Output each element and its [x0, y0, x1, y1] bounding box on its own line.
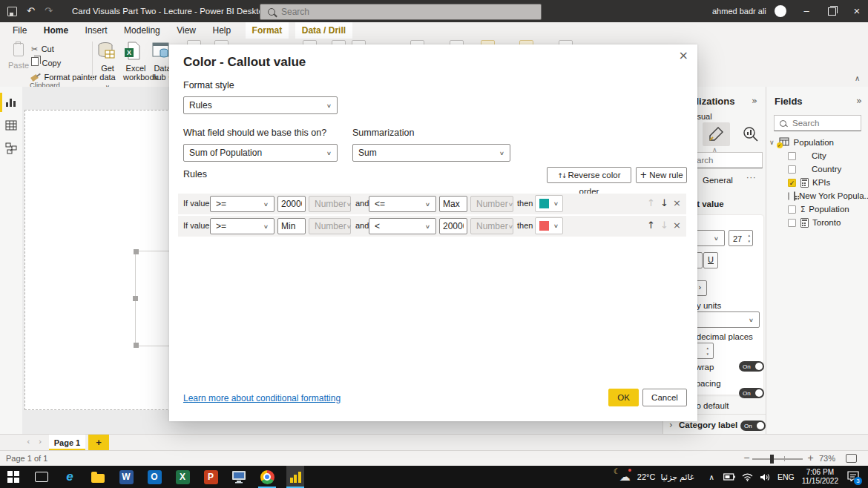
tab-help[interactable]: Help — [206, 22, 237, 39]
resize-handle[interactable] — [133, 296, 138, 301]
restore-button[interactable] — [821, 0, 843, 22]
get-data-button[interactable]: Getdata ∨ — [96, 42, 119, 92]
move-down-icon[interactable]: ↓ — [660, 197, 668, 208]
format-style-dropdown[interactable]: Rules∨ — [183, 96, 338, 114]
temperature[interactable]: 22°C — [637, 472, 656, 481]
learn-more-link[interactable]: Learn more about conditional formatting — [183, 393, 341, 403]
close-button[interactable]: × — [846, 0, 868, 22]
spin-down-icon[interactable]: ▾ — [706, 352, 708, 356]
tab-modeling[interactable]: Modeling — [117, 22, 167, 39]
dialog-close-icon[interactable]: × — [679, 48, 688, 62]
fields-search-box[interactable] — [774, 115, 861, 131]
tree-collapse-icon[interactable]: ∨ — [769, 139, 775, 146]
tab-data-drill[interactable]: Data / Drill — [295, 22, 352, 39]
language-indicator[interactable]: ENG — [777, 472, 795, 481]
move-up-icon[interactable]: ↑ — [647, 220, 655, 231]
checkbox-new-york[interactable] — [788, 192, 789, 200]
power-bi-button[interactable] — [286, 466, 304, 488]
zoom-slider-thumb[interactable] — [770, 455, 774, 464]
reverse-color-order-button[interactable]: ↑↓Reverse color order — [547, 167, 631, 183]
file-explorer-button[interactable] — [89, 466, 107, 488]
field-row-city[interactable]: City — [766, 149, 868, 162]
checkbox-city[interactable] — [788, 152, 796, 160]
zoom-in-icon[interactable]: + — [807, 453, 814, 463]
field-row-kpis[interactable]: ✓ KPIs — [766, 176, 868, 189]
ok-button[interactable]: OK — [608, 389, 639, 406]
checkbox-toronto[interactable] — [788, 219, 796, 227]
data-view-button[interactable] — [5, 119, 17, 134]
cut-button[interactable]: ✂ Cut — [31, 42, 54, 55]
resize-handle[interactable] — [134, 343, 139, 348]
checkbox-country[interactable] — [788, 165, 796, 174]
undo-icon[interactable]: ↶ — [27, 0, 35, 22]
tray-expand-icon[interactable]: ∧ — [709, 473, 714, 481]
resize-handle[interactable] — [134, 249, 139, 254]
tab-insert[interactable]: Insert — [79, 22, 114, 39]
cancel-button[interactable]: Cancel — [642, 389, 687, 406]
copy-button[interactable]: Copy — [31, 56, 61, 69]
collapse-ribbon-icon[interactable]: ∧ — [855, 74, 860, 82]
category-label-toggle[interactable]: On — [740, 421, 766, 431]
collapse-pane-icon[interactable]: » — [856, 95, 862, 106]
fit-to-page-icon[interactable] — [846, 454, 857, 463]
weather-text[interactable]: غائم جزئيا — [660, 472, 694, 482]
rule1-value1-input[interactable] — [277, 196, 306, 212]
rule1-color-picker[interactable]: ∨ — [535, 195, 563, 212]
excel-workbook-button[interactable]: X Excelworkbook — [123, 42, 148, 82]
rule1-operator1-dropdown[interactable]: >=∨ — [210, 196, 274, 212]
internet-explorer-button[interactable]: e — [61, 466, 79, 488]
page-tab-1[interactable]: Page 1 — [49, 435, 85, 451]
category-label-section[interactable]: Category label — [679, 421, 737, 429]
tab-view[interactable]: View — [170, 22, 203, 39]
rule2-value1-input[interactable] — [277, 218, 306, 234]
spacing-toggle[interactable]: On — [739, 388, 764, 398]
task-view-button[interactable] — [33, 466, 50, 488]
field-row-new-york[interactable]: New York Popula... — [766, 189, 868, 202]
font-size-spinner[interactable]: 27 ▴ ▾ — [729, 230, 753, 246]
rule2-operator1-dropdown[interactable]: >=∨ — [210, 218, 274, 234]
spin-down-icon[interactable]: ▾ — [748, 240, 750, 243]
user-name[interactable]: ahmed badr ali — [712, 0, 766, 22]
battery-icon[interactable] — [723, 473, 735, 481]
tab-file[interactable]: File — [6, 22, 33, 39]
minimize-button[interactable]: – — [795, 0, 818, 22]
chrome-button[interactable] — [258, 466, 276, 488]
clock[interactable]: 7:06 PM 11/15/2022 — [802, 468, 838, 486]
global-search-input[interactable] — [280, 6, 505, 18]
excel-button[interactable]: X — [174, 466, 191, 488]
base-field-dropdown[interactable]: Sum of Population∨ — [183, 144, 338, 162]
delete-rule-icon[interactable]: × — [673, 220, 681, 231]
volume-icon[interactable] — [760, 473, 770, 481]
word-wrap-toggle[interactable]: On — [739, 361, 764, 372]
format-visual-button[interactable] — [703, 122, 730, 146]
spin-up-icon[interactable]: ▴ — [748, 234, 750, 237]
avatar[interactable] — [775, 5, 786, 17]
checkbox-kpis[interactable]: ✓ — [788, 179, 796, 187]
start-button[interactable] — [4, 466, 22, 488]
fields-search-input[interactable] — [791, 118, 853, 128]
tab-general[interactable]: General — [703, 176, 733, 185]
rule2-value2-input[interactable] — [439, 218, 467, 234]
powerpoint-button[interactable]: P — [202, 466, 220, 488]
underline-button[interactable]: U — [703, 252, 718, 268]
spin-up-icon[interactable]: ▴ — [706, 346, 708, 350]
global-search-box[interactable] — [260, 4, 542, 20]
save-icon[interactable] — [7, 7, 17, 16]
analytics-button[interactable] — [740, 122, 767, 146]
checkbox-population[interactable] — [788, 205, 796, 214]
rule1-operator2-dropdown[interactable]: <=∨ — [369, 196, 436, 212]
field-row-toronto[interactable]: Toronto — [766, 216, 868, 229]
rule2-color-picker[interactable]: ∨ — [535, 217, 563, 234]
notification-center-button[interactable]: 3 — [847, 471, 859, 483]
summarization-dropdown[interactable]: Sum∨ — [352, 144, 510, 162]
field-row-population[interactable]: Σ Population — [766, 202, 868, 216]
rule1-value2-input[interactable] — [439, 196, 467, 212]
add-page-button[interactable]: + — [88, 435, 109, 451]
report-view-button[interactable] — [5, 96, 17, 111]
more-options-icon[interactable]: ··· — [746, 173, 757, 182]
outlook-button[interactable]: O — [145, 466, 163, 488]
wifi-icon[interactable] — [742, 473, 753, 481]
delete-rule-icon[interactable]: × — [673, 197, 681, 208]
model-view-button[interactable] — [5, 142, 17, 157]
word-button[interactable]: W — [117, 466, 135, 488]
